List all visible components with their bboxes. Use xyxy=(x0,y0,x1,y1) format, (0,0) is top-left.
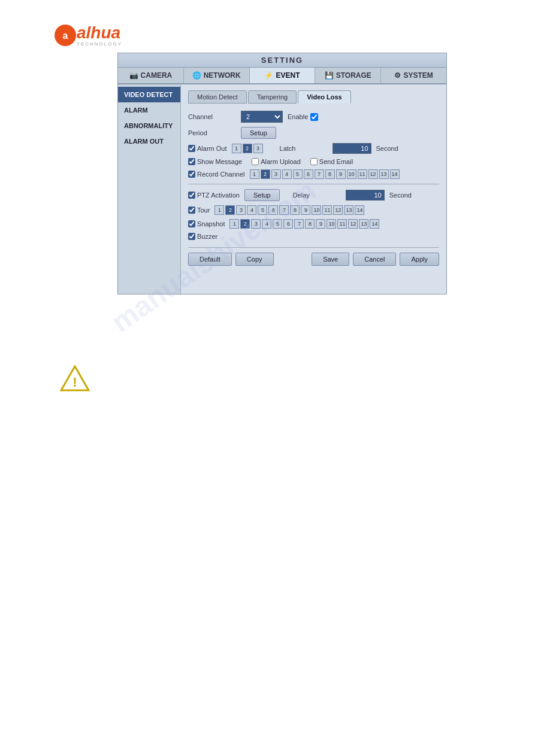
sidebar-item-video-detect[interactable]: VIDEO DETECT xyxy=(118,87,180,102)
rec-ch11[interactable]: 11 xyxy=(358,169,367,179)
default-button[interactable]: Default xyxy=(188,253,232,266)
sub-tab-motion-detect[interactable]: Motion Detect xyxy=(188,90,247,104)
content-area: VIDEO DETECT ALARM ABNORMALITY ALARM OUT… xyxy=(118,84,446,294)
tab-event-label: EVENT xyxy=(276,71,300,80)
alarm-out-ch1[interactable]: 1 xyxy=(232,144,241,153)
snap-ch14[interactable]: 14 xyxy=(370,219,379,229)
sidebar-item-alarm-out[interactable]: ALARM OUT xyxy=(118,133,180,149)
snap-ch3[interactable]: 3 xyxy=(251,219,261,229)
show-message-checkbox[interactable] xyxy=(188,158,195,165)
enable-checkbox[interactable] xyxy=(310,113,318,121)
rec-ch5[interactable]: 5 xyxy=(293,169,303,179)
snapshot-channel-boxes: 1 2 3 4 5 6 7 8 9 10 11 12 13 14 xyxy=(229,219,379,229)
sub-tab-tampering[interactable]: Tampering xyxy=(248,90,297,104)
tour-ch1[interactable]: 1 xyxy=(214,205,224,215)
snap-ch2[interactable]: 2 xyxy=(240,219,250,229)
snapshot-checkbox[interactable] xyxy=(188,220,195,227)
network-icon: 🌐 xyxy=(192,71,201,80)
alarm-out-item: Alarm Out xyxy=(188,145,227,152)
send-email-checkbox[interactable] xyxy=(310,158,318,165)
buzzer-checkbox[interactable] xyxy=(188,233,195,240)
rec-ch13[interactable]: 13 xyxy=(379,169,389,179)
rec-ch12[interactable]: 12 xyxy=(368,169,378,179)
save-button[interactable]: Save xyxy=(312,253,349,266)
tour-item: Tour xyxy=(188,207,210,214)
channel-label: Channel xyxy=(188,113,236,120)
snap-ch11[interactable]: 11 xyxy=(337,219,347,229)
tab-storage[interactable]: 💾 STORAGE xyxy=(315,68,381,83)
send-email-item: Send Email xyxy=(310,158,353,165)
snap-ch12[interactable]: 12 xyxy=(348,219,358,229)
tab-network[interactable]: 🌐 NETWORK xyxy=(184,68,250,83)
apply-button[interactable]: Apply xyxy=(400,253,439,266)
tour-ch10[interactable]: 10 xyxy=(312,205,321,215)
sub-tab-video-loss[interactable]: Video Loss xyxy=(298,90,350,104)
snapshot-label: Snapshot xyxy=(197,220,225,227)
delay-input[interactable] xyxy=(346,190,385,201)
tab-system[interactable]: ⚙ SYSTEM xyxy=(381,68,446,83)
alarm-upload-label: Alarm Upload xyxy=(261,158,301,165)
tour-ch9[interactable]: 9 xyxy=(301,205,310,215)
tour-ch5[interactable]: 5 xyxy=(258,205,267,215)
alarm-out-checkbox[interactable] xyxy=(188,145,195,152)
alarm-upload-checkbox[interactable] xyxy=(252,158,259,165)
rec-ch1[interactable]: 1 xyxy=(250,169,259,179)
show-message-item: Show Message xyxy=(188,158,242,165)
sidebar: VIDEO DETECT ALARM ABNORMALITY ALARM OUT xyxy=(118,84,181,294)
ptz-setup-button[interactable]: Setup xyxy=(244,189,280,201)
rec-ch10[interactable]: 10 xyxy=(347,169,356,179)
tab-camera[interactable]: 📷 CAMERA xyxy=(118,68,184,83)
snap-ch4[interactable]: 4 xyxy=(262,219,271,229)
rec-ch7[interactable]: 7 xyxy=(315,169,324,179)
ptz-activation-label: PTZ Activation xyxy=(197,192,240,199)
period-setup-button[interactable]: Setup xyxy=(241,127,276,139)
alarm-out-ch2[interactable]: 2 xyxy=(243,144,252,153)
copy-button[interactable]: Copy xyxy=(235,253,274,266)
ptz-activation-checkbox[interactable] xyxy=(188,192,195,199)
tour-ch11[interactable]: 11 xyxy=(322,205,332,215)
tab-event[interactable]: ⚡ EVENT xyxy=(250,68,316,83)
rec-ch8[interactable]: 8 xyxy=(325,169,335,179)
tour-ch12[interactable]: 12 xyxy=(333,205,343,215)
snap-ch13[interactable]: 13 xyxy=(359,219,368,229)
tab-system-label: SYSTEM xyxy=(403,71,433,80)
tour-checkbox[interactable] xyxy=(188,207,195,214)
snap-ch8[interactable]: 8 xyxy=(305,219,315,229)
channel-select[interactable]: 2 xyxy=(241,111,283,123)
rec-ch6[interactable]: 6 xyxy=(304,169,313,179)
alarm-latch-row: Alarm Out 1 2 3 Latch Second xyxy=(188,143,439,154)
enable-area: Enable xyxy=(288,113,318,121)
rec-ch2[interactable]: 2 xyxy=(261,169,270,179)
buzzer-row: Buzzer xyxy=(188,233,439,240)
rec-ch3[interactable]: 3 xyxy=(271,169,281,179)
tour-ch8[interactable]: 8 xyxy=(290,205,300,215)
record-channel-boxes: 1 2 3 4 5 6 7 8 9 10 11 12 13 14 xyxy=(250,169,400,179)
cancel-button[interactable]: Cancel xyxy=(353,253,396,266)
snap-ch7[interactable]: 7 xyxy=(294,219,304,229)
record-channel-checkbox[interactable] xyxy=(188,171,195,178)
tour-ch13[interactable]: 13 xyxy=(344,205,353,215)
main-panel: SETTING 📷 CAMERA 🌐 NETWORK ⚡ EVENT 💾 STO… xyxy=(117,53,447,294)
tour-ch2[interactable]: 2 xyxy=(225,205,235,215)
buzzer-label: Buzzer xyxy=(197,233,217,240)
latch-input[interactable] xyxy=(333,143,371,154)
snap-ch9[interactable]: 9 xyxy=(316,219,325,229)
snap-ch5[interactable]: 5 xyxy=(273,219,282,229)
rec-ch14[interactable]: 14 xyxy=(390,169,400,179)
snapshot-item: Snapshot xyxy=(188,220,225,227)
rec-ch9[interactable]: 9 xyxy=(336,169,346,179)
tour-ch7[interactable]: 7 xyxy=(279,205,289,215)
snap-ch10[interactable]: 10 xyxy=(327,219,336,229)
sidebar-item-alarm[interactable]: ALARM xyxy=(118,102,180,118)
sidebar-item-abnormality[interactable]: ABNORMALITY xyxy=(118,118,180,133)
tour-label: Tour xyxy=(197,207,210,214)
tab-camera-label: CAMERA xyxy=(141,71,173,80)
tour-ch6[interactable]: 6 xyxy=(268,205,278,215)
tour-ch4[interactable]: 4 xyxy=(247,205,256,215)
alarm-out-ch3[interactable]: 3 xyxy=(253,144,263,153)
rec-ch4[interactable]: 4 xyxy=(282,169,292,179)
tour-ch14[interactable]: 14 xyxy=(355,205,364,215)
snap-ch6[interactable]: 6 xyxy=(283,219,293,229)
tour-ch3[interactable]: 3 xyxy=(236,205,246,215)
snap-ch1[interactable]: 1 xyxy=(229,219,239,229)
